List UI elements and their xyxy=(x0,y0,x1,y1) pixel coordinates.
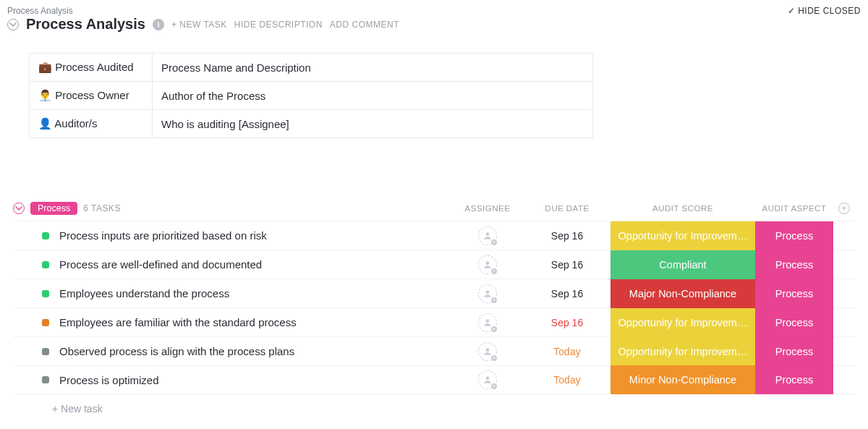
task-row[interactable]: Process inputs are prioritized based on … xyxy=(13,221,855,250)
task-name[interactable]: Employees are familiar with the standard… xyxy=(59,316,297,328)
plus-icon: + xyxy=(490,296,498,305)
list-collapse-icon[interactable] xyxy=(13,203,25,214)
task-main: Process inputs are prioritized based on … xyxy=(13,229,451,242)
assignee-cell[interactable]: + xyxy=(451,313,524,332)
col-audit-aspect[interactable]: AUDIT ASPECT xyxy=(755,204,833,213)
check-icon: ✓ xyxy=(788,6,796,16)
task-name[interactable]: Observed process is align with the proce… xyxy=(59,345,294,357)
audit-aspect-chip: Process xyxy=(755,250,833,279)
audit-aspect-cell[interactable]: Process xyxy=(755,221,833,250)
assignee-cell[interactable]: + xyxy=(451,342,524,361)
new-task-link[interactable]: + New task xyxy=(13,394,855,415)
desc-value[interactable]: Author of the Process xyxy=(153,82,593,110)
audit-score-chip: Opportunity for Improvem… xyxy=(610,308,755,337)
audit-score-cell[interactable]: Opportunity for Improvem… xyxy=(610,337,755,366)
audit-score-chip: Minor Non-Compliance xyxy=(610,365,755,394)
task-row[interactable]: Employees are familiar with the standard… xyxy=(13,307,855,336)
page-title: Process Analysis xyxy=(26,16,145,33)
audit-score-chip: Major Non-Compliance xyxy=(610,279,755,308)
collapse-icon[interactable] xyxy=(7,19,19,30)
task-name[interactable]: Employees understand the process xyxy=(59,287,229,300)
assignee-avatar-icon[interactable]: + xyxy=(478,255,497,274)
task-count: 6 TASKS xyxy=(83,203,121,213)
audit-aspect-chip: Process xyxy=(755,365,833,394)
due-date[interactable]: Sep 16 xyxy=(524,259,610,271)
audit-aspect-cell[interactable]: Process xyxy=(755,279,833,308)
task-row[interactable]: Process is optimized+TodayMinor Non-Comp… xyxy=(13,365,855,394)
new-task-action[interactable]: + NEW TASK xyxy=(171,20,227,30)
due-date[interactable]: Today xyxy=(524,346,610,357)
plus-icon: + xyxy=(490,325,498,334)
topbar: Process Analysis ✓ HIDE CLOSED xyxy=(0,0,868,16)
task-row[interactable]: Observed process is align with the proce… xyxy=(13,336,855,365)
svg-point-5 xyxy=(486,376,490,380)
audit-score-chip: Opportunity for Improvem… xyxy=(610,337,755,366)
hide-closed-label: HIDE CLOSED xyxy=(798,6,861,16)
task-main: Observed process is align with the proce… xyxy=(13,345,451,357)
task-name[interactable]: Process inputs are prioritized based on … xyxy=(59,229,267,242)
task-name[interactable]: Process are well-defined and documented xyxy=(59,258,262,271)
description-row: 👤 Auditor/sWho is auditing [Assignee] xyxy=(30,110,593,138)
breadcrumb[interactable]: Process Analysis xyxy=(7,6,73,16)
desc-label: 👨‍💼 Process Owner xyxy=(30,82,153,110)
plus-icon: + xyxy=(490,238,498,247)
col-due-date[interactable]: DUE DATE xyxy=(524,204,610,213)
due-date[interactable]: Sep 16 xyxy=(524,288,610,300)
audit-aspect-cell[interactable]: Process xyxy=(755,250,833,279)
task-main: Employees are familiar with the standard… xyxy=(13,316,451,328)
status-square-icon[interactable] xyxy=(42,290,49,297)
desc-value[interactable]: Process Name and Description xyxy=(153,54,593,82)
task-row[interactable]: Employees understand the process+Sep 16M… xyxy=(13,279,855,307)
audit-aspect-cell[interactable]: Process xyxy=(755,337,833,366)
desc-label: 💼 Process Audited xyxy=(30,54,153,82)
info-icon[interactable]: i xyxy=(153,19,164,30)
audit-score-cell[interactable]: Opportunity for Improvem… xyxy=(610,308,755,337)
audit-score-cell[interactable]: Compliant xyxy=(610,250,755,279)
assignee-avatar-icon[interactable]: + xyxy=(478,313,497,332)
list-header: Process 6 TASKS ASSIGNEE DUE DATE AUDIT … xyxy=(13,202,855,221)
status-square-icon[interactable] xyxy=(42,376,49,383)
svg-point-3 xyxy=(486,319,490,323)
due-date[interactable]: Sep 16 xyxy=(524,317,610,328)
col-audit-score[interactable]: AUDIT SCORE xyxy=(610,204,755,213)
audit-score-cell[interactable]: Minor Non-Compliance xyxy=(610,365,755,394)
plus-icon: + xyxy=(490,382,498,391)
assignee-avatar-icon[interactable]: + xyxy=(478,226,497,245)
audit-score-cell[interactable]: Major Non-Compliance xyxy=(610,279,755,308)
add-comment-action[interactable]: ADD COMMENT xyxy=(330,20,399,30)
status-pill[interactable]: Process xyxy=(30,202,77,215)
hide-closed-toggle[interactable]: ✓ HIDE CLOSED xyxy=(788,6,861,16)
status-square-icon[interactable] xyxy=(42,319,49,326)
assignee-cell[interactable]: + xyxy=(451,255,524,274)
description-row: 💼 Process AuditedProcess Name and Descri… xyxy=(30,54,593,82)
assignee-cell[interactable]: + xyxy=(451,370,524,389)
status-square-icon[interactable] xyxy=(42,232,49,239)
svg-point-4 xyxy=(486,348,490,352)
audit-aspect-chip: Process xyxy=(755,308,833,337)
audit-aspect-chip: Process xyxy=(755,337,833,366)
task-main: Process are well-defined and documented xyxy=(13,258,451,271)
task-name[interactable]: Process is optimized xyxy=(59,374,159,386)
due-date[interactable]: Today xyxy=(524,374,610,386)
columns-header: ASSIGNEE DUE DATE AUDIT SCORE AUDIT ASPE… xyxy=(451,203,855,214)
assignee-avatar-icon[interactable]: + xyxy=(478,370,497,389)
status-square-icon[interactable] xyxy=(42,348,49,355)
due-date[interactable]: Sep 16 xyxy=(524,230,610,242)
task-row[interactable]: Process are well-defined and documented+… xyxy=(13,250,855,279)
task-list-section: Process 6 TASKS ASSIGNEE DUE DATE AUDIT … xyxy=(0,202,868,415)
hide-description-action[interactable]: HIDE DESCRIPTION xyxy=(234,20,323,30)
description-table: 💼 Process AuditedProcess Name and Descri… xyxy=(29,53,593,138)
desc-label: 👤 Auditor/s xyxy=(30,110,153,138)
assignee-cell[interactable]: + xyxy=(451,284,524,303)
svg-point-1 xyxy=(486,261,490,265)
assignee-cell[interactable]: + xyxy=(451,226,524,245)
audit-aspect-cell[interactable]: Process xyxy=(755,365,833,394)
desc-value[interactable]: Who is auditing [Assignee] xyxy=(153,110,593,138)
col-assignee[interactable]: ASSIGNEE xyxy=(451,204,524,213)
add-column[interactable]: + xyxy=(833,203,855,214)
status-square-icon[interactable] xyxy=(42,261,49,268)
audit-aspect-cell[interactable]: Process xyxy=(755,308,833,337)
assignee-avatar-icon[interactable]: + xyxy=(478,342,497,361)
audit-score-cell[interactable]: Opportunity for Improvem… xyxy=(610,221,755,250)
assignee-avatar-icon[interactable]: + xyxy=(478,284,497,303)
